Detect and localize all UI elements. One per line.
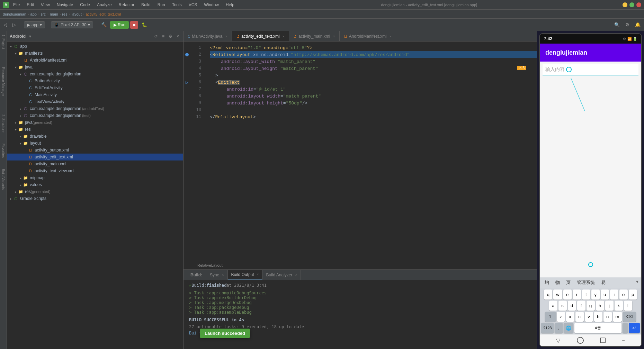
tree-item-layout[interactable]: ▾ 📁 layout	[7, 140, 183, 147]
phone-edittext[interactable]: 输入内容	[543, 64, 638, 75]
menu-tools[interactable]: Tools	[171, 2, 183, 8]
key-123[interactable]: ?123	[541, 323, 554, 333]
tree-item-mainactivity[interactable]: C MainActivity	[7, 91, 183, 98]
key-g[interactable]: g	[587, 301, 595, 311]
debug-btn[interactable]: 🐛	[140, 21, 149, 29]
breadcrumb-part-5[interactable]: layout	[71, 12, 81, 16]
tree-item-package-main[interactable]: ▾ ⬡ com.example.denglujiemian	[7, 71, 183, 77]
notification-btn[interactable]: 🔔	[633, 21, 643, 29]
key-b[interactable]: b	[594, 312, 602, 322]
tree-item-app[interactable]: ▾ ⬡ app	[7, 43, 183, 50]
tree-item-activity-edit-text-xml[interactable]: 🗋 activity_edit_text.xml	[7, 154, 183, 160]
panel-close-btn[interactable]: ×	[175, 33, 180, 39]
tree-item-buttonactivity[interactable]: C ButtonActivity	[7, 77, 183, 84]
build-analyzer-tab-close[interactable]: ×	[295, 273, 297, 277]
tree-item-pkg-test[interactable]: ▸ ⬡ com.example.denglujiemian (test)	[7, 112, 183, 119]
key-shift[interactable]: ⇧	[545, 312, 556, 322]
phone-nav-home[interactable]	[577, 337, 584, 344]
tree-item-textviewactivity[interactable]: C TextViewActivity	[7, 98, 183, 105]
make-btn[interactable]: 🔨	[99, 21, 109, 29]
sugg-item-4[interactable]: 易	[599, 279, 608, 286]
sugg-item-1[interactable]: 物	[553, 279, 562, 286]
toolbar-forward-btn[interactable]: ▷	[10, 21, 18, 29]
menu-build[interactable]: Build	[140, 2, 152, 8]
phone-nav-recents[interactable]	[600, 338, 606, 343]
key-w[interactable]: w	[553, 290, 562, 300]
tab-close-activitymain[interactable]: ×	[333, 34, 335, 38]
breadcrumb-part-2[interactable]: src	[41, 12, 46, 16]
key-h[interactable]: h	[596, 301, 604, 311]
key-o[interactable]: o	[619, 290, 628, 300]
key-n[interactable]: n	[603, 312, 612, 322]
tree-item-pkg-androidtest[interactable]: ▸ ⬡ com.example.denglujiemian (androidTe…	[7, 105, 183, 112]
tree-item-mipmap[interactable]: ▸ 📁 mipmap	[7, 174, 183, 181]
key-comma[interactable]: ，	[555, 323, 563, 333]
menu-window[interactable]: Window	[203, 2, 220, 8]
key-a[interactable]: a	[549, 301, 557, 311]
tree-item-java[interactable]: ▾ 📁 java	[7, 64, 183, 71]
panel-dropdown-icon[interactable]: ▾	[29, 34, 31, 39]
tree-item-activity-button-xml[interactable]: 🗋 activity_button.xml	[7, 147, 183, 154]
tree-item-gradle[interactable]: ▸ ⬡ Gradle Scripts	[7, 195, 183, 202]
menu-analyze[interactable]: Analyze	[96, 2, 113, 8]
tree-item-res-generated[interactable]: ▸ 📁 res (generated)	[7, 188, 183, 195]
menu-view[interactable]: View	[39, 2, 51, 8]
favorites-btn[interactable]: Favorites	[1, 141, 5, 160]
key-r[interactable]: r	[573, 290, 581, 300]
build-variants-btn[interactable]: Build Variants	[1, 167, 5, 192]
tree-item-activity-textview-xml[interactable]: 🗋 activity_text_view.xml	[7, 167, 183, 174]
tab-build-output[interactable]: Build Output ×	[228, 270, 263, 280]
menu-vcs[interactable]: VCS	[187, 2, 199, 8]
breadcrumb-part-3[interactable]: main	[50, 12, 58, 16]
sugg-expand-icon[interactable]: ▾	[636, 279, 638, 286]
key-i[interactable]: i	[610, 290, 618, 300]
menu-run[interactable]: Run	[156, 2, 167, 8]
tree-item-androidmanifest[interactable]: 🗋 AndroidManifest.xml	[7, 57, 183, 64]
menu-navigate[interactable]: Navigate	[55, 2, 74, 8]
key-j[interactable]: j	[605, 301, 614, 311]
tree-item-edittextactivity[interactable]: C EditTextActivity	[7, 84, 183, 91]
key-y[interactable]: y	[591, 290, 600, 300]
build-output-tab-close[interactable]: ×	[257, 273, 259, 276]
tab-build-analyzer[interactable]: Build Analyzer ×	[262, 270, 301, 280]
key-v[interactable]: v	[585, 312, 593, 322]
key-x[interactable]: x	[566, 312, 574, 322]
key-k[interactable]: k	[615, 301, 623, 311]
maximize-button[interactable]: □	[629, 2, 634, 7]
sugg-item-0[interactable]: 均	[543, 279, 551, 286]
project-sidebar-btn[interactable]: 1: Project	[1, 33, 5, 51]
device-selector[interactable]: 📱 Pixel 2 API 30 ▾	[51, 21, 93, 28]
tree-item-java-generated[interactable]: ▸ 📁 java (generated)	[7, 119, 183, 126]
minimize-button[interactable]: −	[623, 2, 627, 7]
phone-nav-back[interactable]: ▽	[556, 337, 560, 344]
panel-sync-btn[interactable]: ⟳	[153, 33, 159, 39]
sugg-item-2[interactable]: 页	[564, 279, 573, 286]
key-e[interactable]: e	[563, 290, 572, 300]
key-q[interactable]: q	[544, 290, 552, 300]
key-m[interactable]: m	[613, 312, 622, 322]
sync-tab-close[interactable]: ×	[222, 273, 224, 277]
search-btn[interactable]: 🔍	[612, 21, 622, 29]
key-backspace[interactable]: ⌫	[623, 312, 636, 322]
key-c[interactable]: c	[575, 312, 584, 322]
key-d[interactable]: d	[568, 301, 576, 311]
key-period[interactable]: .	[623, 323, 628, 333]
key-s[interactable]: s	[558, 301, 567, 311]
menu-refactor[interactable]: Refactor	[117, 2, 136, 8]
key-space[interactable]: #音	[574, 323, 621, 333]
breadcrumb-part-4[interactable]: res	[62, 12, 67, 16]
menu-file[interactable]: File	[12, 2, 21, 8]
tree-item-res[interactable]: ▾ 📁 res	[7, 126, 183, 133]
key-z[interactable]: z	[557, 312, 565, 322]
resource-manager-btn[interactable]: Resource Manager	[1, 65, 5, 99]
breadcrumb-part-0[interactable]: denglujiemian	[3, 12, 26, 16]
breadcrumb-part-1[interactable]: app	[30, 12, 37, 16]
panel-settings-btn[interactable]: ⚙	[167, 33, 174, 39]
key-u[interactable]: u	[601, 290, 609, 300]
key-l[interactable]: l	[624, 301, 632, 311]
stop-button[interactable]: ■	[130, 21, 138, 29]
tree-item-drawable[interactable]: ▸ 📁 drawable	[7, 133, 183, 140]
tab-close-androidmanifest[interactable]: ×	[390, 34, 392, 38]
tab-mainactivity-java[interactable]: C MainActivity.java ×	[184, 31, 232, 42]
tree-item-activity-main-xml[interactable]: 🗋 activity_main.xml	[7, 160, 183, 167]
